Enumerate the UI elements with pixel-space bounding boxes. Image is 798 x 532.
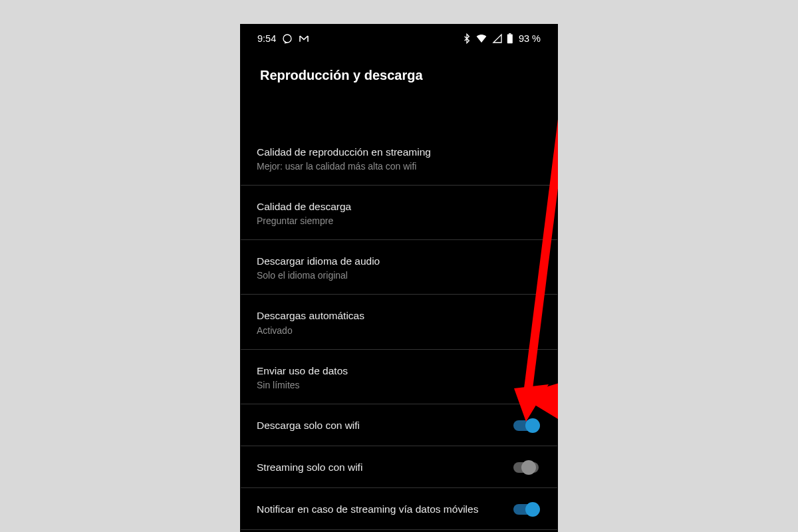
setting-title: Enviar uso de datos [257,364,539,378]
battery-percent: 93 % [519,33,541,44]
battery-icon [507,33,515,44]
page-title: Reproducción y descarga [240,53,558,88]
cell-icon [492,33,503,44]
phone-frame: 9:54 93 % Reproducción y descarga [240,24,558,532]
toggle-download-wifi-only[interactable] [513,420,539,431]
wifi-icon [476,33,488,44]
setting-subtitle: Preguntar siempre [257,215,539,226]
svg-rect-2 [509,33,511,35]
status-right: 93 % [462,33,541,44]
settings-list: Calidad de reproducción en streaming Mej… [240,88,558,530]
status-time: 9:54 [257,33,276,44]
setting-subtitle: Activado [257,325,539,336]
toggle-notify-mobile-streaming[interactable] [513,504,539,515]
setting-title: Streaming solo con wifi [257,461,513,474]
setting-streaming-quality[interactable]: Calidad de reproducción en streaming Mej… [241,131,557,186]
setting-title: Descargar idioma de audio [257,255,539,268]
status-left: 9:54 [257,33,309,44]
setting-title: Calidad de reproducción en streaming [257,146,539,159]
gmail-icon [299,33,309,44]
svg-point-0 [283,35,291,43]
status-bar: 9:54 93 % [240,24,558,53]
toggle-streaming-wifi-only[interactable] [513,462,539,473]
setting-title: Calidad de descarga [257,200,539,213]
bluetooth-icon [462,33,472,44]
setting-audio-language[interactable]: Descargar idioma de audio Solo el idioma… [241,240,557,295]
setting-data-usage[interactable]: Enviar uso de datos Sin límites [241,350,557,404]
setting-title: Descargas automáticas [257,309,539,323]
whatsapp-icon [282,33,293,44]
setting-subtitle: Solo el idioma original [257,270,539,281]
setting-subtitle: Sin límites [257,380,539,390]
setting-title: Notificar en caso de streaming vía datos… [257,503,513,516]
svg-rect-1 [507,35,513,44]
setting-subtitle: Mejor: usar la calidad más alta con wifi [257,161,539,172]
setting-streaming-wifi-only[interactable]: Streaming solo con wifi [241,446,557,488]
setting-title: Descarga solo con wifi [257,419,513,432]
setting-auto-downloads[interactable]: Descargas automáticas Activado [241,295,557,349]
setting-download-quality[interactable]: Calidad de descarga Preguntar siempre [241,186,557,240]
setting-download-wifi-only[interactable]: Descarga solo con wifi [241,404,557,446]
setting-notify-mobile-streaming[interactable]: Notificar en caso de streaming vía datos… [241,488,557,530]
